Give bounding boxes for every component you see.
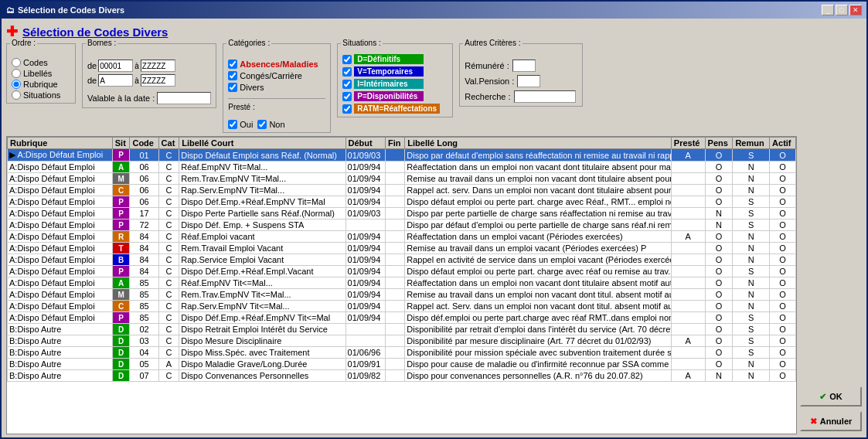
sit-definitifs-check[interactable] xyxy=(342,55,352,64)
ordre-codes[interactable]: Codes xyxy=(12,58,70,67)
valable-input[interactable] xyxy=(157,92,211,104)
cell-preste xyxy=(671,324,705,335)
preste-non-check[interactable] xyxy=(257,120,267,129)
ordre-rubrique-radio[interactable] xyxy=(12,80,21,89)
cell-rubrique: A:Dispo Défaut Emploi xyxy=(8,208,113,220)
table-row[interactable]: A:Dispo Défaut Emploi B 84 C Rap.Service… xyxy=(8,254,796,266)
cat-conges-check[interactable] xyxy=(228,71,237,80)
table-row[interactable]: B:Dispo Autre D 04 C Dispo Miss.Spéc. av… xyxy=(8,347,796,359)
table-row[interactable]: A:Dispo Défaut Emploi P 06 C Dispo Déf.E… xyxy=(8,196,796,208)
cell-libelle-long: Disponibilité par mesure disciplinaire (… xyxy=(405,335,672,347)
cell-rubrique: A:Dispo Défaut Emploi xyxy=(8,301,113,312)
cell-rubrique: A:Dispo Défaut Emploi xyxy=(8,173,113,185)
cell-remun: N xyxy=(733,277,770,289)
sit-disponibilites-check[interactable] xyxy=(342,92,352,101)
data-table-container[interactable]: Rubrique Sit Code Cat Libellé Court Débu… xyxy=(6,136,797,434)
cell-sit: R xyxy=(112,231,130,243)
close-button[interactable]: ✕ xyxy=(849,5,862,15)
cell-fin xyxy=(386,266,405,277)
cell-cat: C xyxy=(158,301,179,312)
preste-label: Presté : xyxy=(228,103,254,111)
window-content: ✚ Sélection de Codes Divers Ordre : Code… xyxy=(2,19,866,437)
cat-conges-label: Congés/Carrière xyxy=(240,71,302,80)
cross-icon: ✚ xyxy=(6,23,18,40)
cell-fin xyxy=(386,301,405,312)
remunere-label: Rémunéré : xyxy=(465,61,509,70)
cell-actif: O xyxy=(770,335,796,347)
cat-conges[interactable]: Congés/Carrière xyxy=(228,71,325,80)
cat-divers-check[interactable] xyxy=(228,83,237,92)
page-title: Sélection de Codes Divers xyxy=(22,26,168,39)
borne-from-1[interactable] xyxy=(98,60,133,72)
table-row[interactable]: A:Dispo Défaut Emploi P 85 C Dispo Déf.E… xyxy=(8,312,796,324)
preste-section: Presté : Oui Non xyxy=(228,98,325,129)
cell-preste xyxy=(671,243,705,254)
table-row[interactable]: B:Dispo Autre D 03 C Dispo Mesure Discip… xyxy=(8,335,796,347)
preste-non[interactable]: Non xyxy=(257,120,284,129)
table-row[interactable]: A:Dispo Défaut Emploi P 17 C Dispo Perte… xyxy=(8,208,796,220)
cat-divers[interactable]: Divers xyxy=(228,83,325,92)
borne-from-2[interactable] xyxy=(98,74,133,87)
borne-to-2[interactable] xyxy=(141,74,175,87)
cat-absences-check[interactable] xyxy=(228,60,237,69)
cell-remun: N xyxy=(733,370,770,382)
cell-fin xyxy=(386,173,405,185)
cell-preste: A xyxy=(671,149,705,162)
cell-libelle-court: Dispo Défaut Emploi sans Réaf. (Normal) xyxy=(179,149,345,162)
sit-interimaires-check[interactable] xyxy=(342,80,352,89)
cell-preste xyxy=(671,312,705,324)
table-row[interactable]: A:Dispo Défaut Emploi R 84 C Réaf.Emploi… xyxy=(8,231,796,243)
preste-oui[interactable]: Oui xyxy=(228,120,253,129)
recherche-input[interactable] xyxy=(514,90,576,103)
cell-debut: 01/09/94 xyxy=(345,277,385,289)
ordre-rubrique[interactable]: Rubrique xyxy=(12,80,70,89)
ordre-libelles-radio[interactable] xyxy=(12,69,21,78)
table-row[interactable]: A:Dispo Défaut Emploi A 06 C Réaf.EmpNV … xyxy=(8,162,796,173)
cell-preste xyxy=(671,347,705,359)
borne-to-1[interactable] xyxy=(141,60,175,72)
cell-sit: P xyxy=(112,196,130,208)
val-pension-label: Val.Pension : xyxy=(465,77,514,86)
table-row[interactable]: A:Dispo Défaut Emploi P 72 C Dispo Déf. … xyxy=(8,220,796,231)
ordre-libelles[interactable]: Libellés xyxy=(12,69,70,78)
cell-cat: C xyxy=(158,289,179,301)
table-row[interactable]: A:Dispo Défaut Emploi M 06 C Rem.Trav.Em… xyxy=(8,173,796,185)
minimize-button[interactable]: _ xyxy=(822,5,834,15)
recherche-label: Recherche : xyxy=(465,92,510,101)
table-row[interactable]: ▶ A:Dispo Défaut Emploi P 01 C Dispo Déf… xyxy=(8,149,796,162)
ordre-situations-radio[interactable] xyxy=(12,90,21,100)
cell-preste xyxy=(671,196,705,208)
cat-absences[interactable]: Absences/Maladies xyxy=(228,60,325,69)
maximize-button[interactable]: □ xyxy=(836,5,848,15)
table-row[interactable]: A:Dispo Défaut Emploi C 85 C Rap.Serv.Em… xyxy=(8,301,796,312)
col-remun: Remun xyxy=(733,138,770,149)
ordre-situations[interactable]: Situations xyxy=(12,90,70,100)
cell-sit: P xyxy=(112,220,130,231)
table-row[interactable]: B:Dispo Autre D 02 C Dispo Retrait Emplo… xyxy=(8,324,796,335)
ok-button[interactable]: ✔ OK xyxy=(800,386,862,407)
table-row[interactable]: A:Dispo Défaut Emploi P 84 C Dispo Déf.E… xyxy=(8,266,796,277)
sit-reaffectations-check[interactable] xyxy=(342,104,352,114)
table-row[interactable]: A:Dispo Défaut Emploi T 84 C Rem.Travail… xyxy=(8,243,796,254)
cell-preste: A xyxy=(671,231,705,243)
table-row[interactable]: A:Dispo Défaut Emploi M 85 C Rem.Trav.Em… xyxy=(8,289,796,301)
cell-preste: A xyxy=(671,335,705,347)
cell-remun: N xyxy=(733,162,770,173)
annuler-button[interactable]: ✖ Annuler xyxy=(800,411,862,431)
cell-rubrique: B:Dispo Autre xyxy=(8,370,113,382)
cell-debut: 01/09/03 xyxy=(345,149,385,162)
cell-libelle-long: Réaffectation dans un emploi non vacant … xyxy=(405,277,672,289)
table-row[interactable]: A:Dispo Défaut Emploi A 85 C Réaf.EmpNV … xyxy=(8,277,796,289)
remunere-input[interactable] xyxy=(512,60,536,72)
ordre-codes-radio[interactable] xyxy=(12,58,21,67)
table-row[interactable]: B:Dispo Autre D 05 A Dispo Maladie Grave… xyxy=(8,359,796,370)
sit-temporaires-check[interactable] xyxy=(342,67,352,77)
cell-pens: O xyxy=(705,266,733,277)
cell-cat: C xyxy=(158,266,179,277)
table-row[interactable]: A:Dispo Défaut Emploi C 06 C Rap.Serv.Em… xyxy=(8,185,796,196)
table-row[interactable]: B:Dispo Autre D 07 C Dispo Convenances P… xyxy=(8,370,796,382)
val-pension-input[interactable] xyxy=(517,75,540,87)
cell-code: 84 xyxy=(130,266,158,277)
cell-actif: O xyxy=(770,162,796,173)
preste-oui-check[interactable] xyxy=(228,120,237,129)
